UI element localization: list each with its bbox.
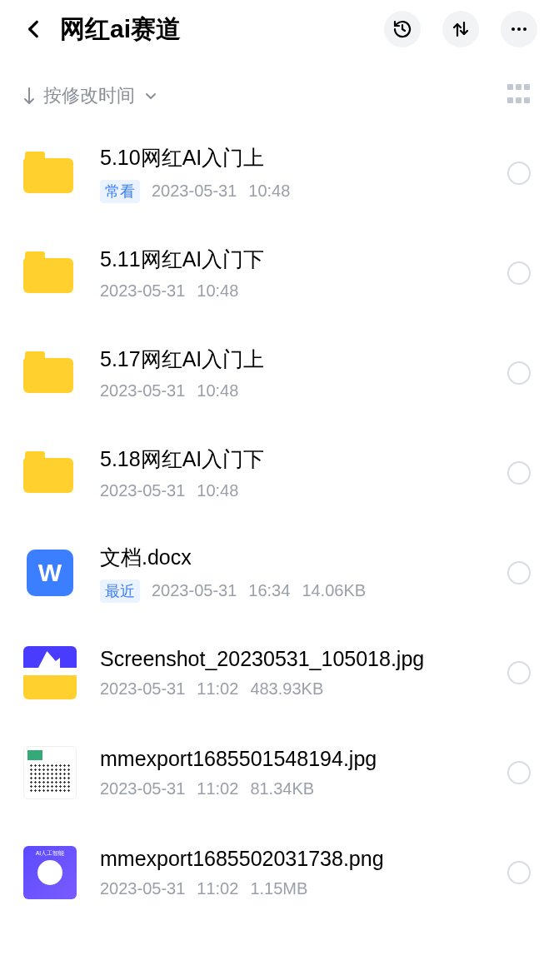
- image-thumbnail: [23, 646, 77, 699]
- folder-icon: [23, 346, 77, 400]
- folder-icon: [23, 446, 77, 500]
- item-info: 5.11网红AI入门下2023-05-3110:48: [100, 246, 497, 301]
- list-item[interactable]: 5.11网红AI入门下2023-05-3110:48: [17, 223, 537, 323]
- item-info: 文档.docx最近2023-05-3116:3414.06KB: [100, 544, 497, 603]
- item-meta: 2023-05-3110:48: [100, 481, 497, 500]
- item-date: 2023-05-31: [100, 381, 185, 400]
- select-radio[interactable]: [507, 561, 531, 585]
- svg-point-2: [512, 27, 515, 31]
- list-item[interactable]: AI人工智能mmexport1685502031738.png2023-05-3…: [17, 823, 537, 923]
- sort-label: 按修改时间: [43, 83, 135, 108]
- history-button[interactable]: [384, 11, 421, 47]
- select-radio[interactable]: [507, 261, 531, 285]
- item-meta: 2023-05-3111:0281.34KB: [100, 779, 497, 798]
- item-time: 16:34: [248, 581, 290, 600]
- sort-bar: 按修改时间: [0, 58, 554, 123]
- image-thumbnail: AI人工智能: [23, 846, 77, 899]
- chevron-down-icon: [143, 88, 158, 103]
- item-time: 10:48: [248, 182, 290, 201]
- item-meta: 2023-05-3111:02483.93KB: [100, 679, 497, 699]
- back-button[interactable]: [23, 17, 48, 42]
- item-info: 5.10网红AI入门上常看2023-05-3110:48: [100, 144, 497, 203]
- item-time: 11:02: [197, 779, 238, 798]
- item-date: 2023-05-31: [100, 879, 185, 898]
- item-meta: 常看2023-05-3110:48: [100, 180, 497, 203]
- select-radio[interactable]: [507, 162, 531, 185]
- item-name: 5.18网红AI入门下: [100, 445, 497, 473]
- item-name: 文档.docx: [100, 544, 497, 571]
- item-name: mmexport1685502031738.png: [100, 847, 497, 871]
- select-radio[interactable]: [507, 761, 531, 784]
- list-item[interactable]: 5.10网红AI入门上常看2023-05-3110:48: [17, 123, 537, 223]
- svg-point-3: [517, 27, 521, 31]
- item-date: 2023-05-31: [100, 481, 185, 500]
- page-title: 网红ai赛道: [60, 12, 384, 47]
- folder-icon: [23, 246, 77, 300]
- list-item[interactable]: 5.18网红AI入门下2023-05-3110:48: [17, 423, 537, 523]
- file-list: 5.10网红AI入门上常看2023-05-3110:485.11网红AI入门下2…: [0, 123, 554, 923]
- item-date: 2023-05-31: [100, 679, 185, 699]
- item-name: Screenshot_20230531_105018.jpg: [100, 647, 497, 671]
- item-date: 2023-05-31: [100, 779, 185, 798]
- item-time: 10:48: [197, 281, 238, 301]
- sort-direction-icon: [23, 87, 35, 105]
- select-radio[interactable]: [507, 461, 531, 485]
- list-item[interactable]: Screenshot_20230531_105018.jpg2023-05-31…: [17, 623, 537, 723]
- item-meta: 2023-05-3111:021.15MB: [100, 879, 497, 898]
- list-item[interactable]: W文档.docx最近2023-05-3116:3414.06KB: [17, 523, 537, 623]
- recent-badge: 最近: [100, 580, 140, 603]
- svg-point-4: [523, 27, 527, 31]
- word-doc-icon: W: [23, 546, 77, 599]
- view-toggle-button[interactable]: [507, 84, 531, 107]
- item-date: 2023-05-31: [152, 182, 237, 201]
- header-actions: [384, 11, 537, 47]
- item-info: 5.18网红AI入门下2023-05-3110:48: [100, 445, 497, 500]
- item-time: 10:48: [197, 481, 238, 500]
- item-meta: 最近2023-05-3116:3414.06KB: [100, 580, 497, 603]
- list-item[interactable]: mmexport1685501548194.jpg2023-05-3111:02…: [17, 723, 537, 823]
- item-time: 11:02: [197, 679, 238, 699]
- item-name: 5.17网红AI入门上: [100, 346, 497, 373]
- image-thumbnail: [23, 746, 77, 799]
- transfer-button[interactable]: [442, 11, 479, 47]
- folder-icon: [23, 147, 77, 200]
- item-info: mmexport1685502031738.png2023-05-3111:02…: [100, 847, 497, 898]
- select-radio[interactable]: [507, 661, 531, 684]
- select-radio[interactable]: [507, 861, 531, 884]
- item-info: Screenshot_20230531_105018.jpg2023-05-31…: [100, 647, 497, 699]
- item-name: mmexport1685501548194.jpg: [100, 747, 497, 771]
- item-size: 483.93KB: [250, 679, 323, 699]
- list-item[interactable]: 5.17网红AI入门上2023-05-3110:48: [17, 323, 537, 423]
- item-name: 5.11网红AI入门下: [100, 246, 497, 273]
- more-button[interactable]: [501, 11, 537, 47]
- item-meta: 2023-05-3110:48: [100, 381, 497, 400]
- sort-button[interactable]: 按修改时间: [23, 83, 158, 108]
- header: 网红ai赛道: [0, 0, 554, 58]
- item-time: 10:48: [197, 381, 238, 400]
- frequent-badge: 常看: [100, 180, 140, 203]
- item-info: mmexport1685501548194.jpg2023-05-3111:02…: [100, 747, 497, 798]
- item-size: 14.06KB: [302, 581, 366, 600]
- item-size: 81.34KB: [250, 779, 314, 798]
- item-time: 11:02: [197, 879, 238, 898]
- item-meta: 2023-05-3110:48: [100, 281, 497, 301]
- item-date: 2023-05-31: [152, 581, 237, 600]
- item-info: 5.17网红AI入门上2023-05-3110:48: [100, 346, 497, 400]
- item-size: 1.15MB: [250, 879, 307, 898]
- item-date: 2023-05-31: [100, 281, 185, 301]
- item-name: 5.10网红AI入门上: [100, 144, 497, 172]
- select-radio[interactable]: [507, 361, 531, 385]
